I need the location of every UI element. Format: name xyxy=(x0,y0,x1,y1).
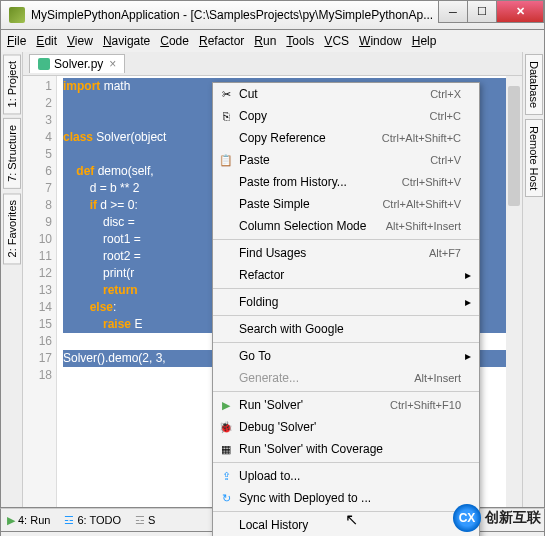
line-number: 5 xyxy=(23,146,52,163)
menu-separator xyxy=(213,342,479,343)
ctx-refactor[interactable]: Refactor▸ xyxy=(213,264,479,286)
ctx-find-usages[interactable]: Find UsagesAlt+F7 xyxy=(213,242,479,264)
left-tab-favorites[interactable]: 2: Favorites xyxy=(3,193,21,264)
close-tab-icon[interactable]: × xyxy=(109,57,116,71)
menu-separator xyxy=(213,462,479,463)
menu-separator xyxy=(213,288,479,289)
submenu-arrow-icon: ▸ xyxy=(461,295,471,309)
line-number: 3 xyxy=(23,112,52,129)
line-number: 15 xyxy=(23,316,52,333)
scroll-thumb[interactable] xyxy=(508,86,520,206)
ctx-shortcut: Ctrl+Shift+V xyxy=(402,176,461,188)
line-number: 4 xyxy=(23,129,52,146)
line-number: 8 xyxy=(23,197,52,214)
menu-help[interactable]: Help xyxy=(412,34,437,48)
submenu-arrow-icon: ▸ xyxy=(461,349,471,363)
menu-vcs[interactable]: VCS xyxy=(324,34,349,48)
ctx-local-history[interactable]: Local History▸ xyxy=(213,514,479,536)
blank-icon xyxy=(217,245,235,261)
ctx-paste-from-history[interactable]: Paste from History...Ctrl+Shift+V xyxy=(213,171,479,193)
left-tab-structure[interactable]: 7: Structure xyxy=(3,118,21,189)
python-file-icon xyxy=(38,58,50,70)
ctx-copy-reference[interactable]: Copy ReferenceCtrl+Alt+Shift+C xyxy=(213,127,479,149)
ctx-label: Sync with Deployed to ... xyxy=(239,491,461,505)
ctx-label: Copy Reference xyxy=(239,131,382,145)
ctx-search-with-google[interactable]: Search with Google xyxy=(213,318,479,340)
menu-tools[interactable]: Tools xyxy=(286,34,314,48)
blank-icon xyxy=(217,196,235,212)
blank-icon xyxy=(217,348,235,364)
context-menu: ✂CutCtrl+X⎘CopyCtrl+CCopy ReferenceCtrl+… xyxy=(212,82,480,536)
ctx-shortcut: Alt+Shift+Insert xyxy=(386,220,461,232)
titlebar: MySimplePythonApplication - [C:\SamplesP… xyxy=(0,0,545,30)
ctx-run-solver-with-coverage[interactable]: ▦Run 'Solver' with Coverage xyxy=(213,438,479,460)
line-number: 17 xyxy=(23,350,52,367)
blank-icon xyxy=(217,267,235,283)
right-tab-database[interactable]: Database xyxy=(525,54,543,115)
ctx-cut[interactable]: ✂CutCtrl+X xyxy=(213,83,479,105)
ctx-label: Column Selection Mode xyxy=(239,219,386,233)
ctx-column-selection-mode[interactable]: Column Selection ModeAlt+Shift+Insert xyxy=(213,215,479,237)
right-tab-remotehost[interactable]: Remote Host xyxy=(525,119,543,197)
menu-edit[interactable]: Edit xyxy=(36,34,57,48)
ctx-debug-solver[interactable]: 🐞Debug 'Solver' xyxy=(213,416,479,438)
menu-run[interactable]: Run xyxy=(254,34,276,48)
debug-solver--icon: 🐞 xyxy=(217,419,235,435)
close-button[interactable]: ✕ xyxy=(496,1,544,23)
ctx-label: Debug 'Solver' xyxy=(239,420,461,434)
run-tool[interactable]: ▶4: Run xyxy=(7,514,50,527)
menu-file[interactable]: File xyxy=(7,34,26,48)
line-number: 1 xyxy=(23,78,52,95)
ctx-go-to[interactable]: Go To▸ xyxy=(213,345,479,367)
menubar: FileEditViewNavigateCodeRefactorRunTools… xyxy=(0,30,545,52)
upload-to--icon: ⇪ xyxy=(217,468,235,484)
menu-separator xyxy=(213,511,479,512)
menu-window[interactable]: Window xyxy=(359,34,402,48)
menu-separator xyxy=(213,239,479,240)
menu-separator xyxy=(213,315,479,316)
sync-with-deployed-to--icon: ↻ xyxy=(217,490,235,506)
ctx-shortcut: Ctrl+C xyxy=(430,110,461,122)
editor-tabs: Solver.py × xyxy=(23,52,522,76)
menu-refactor[interactable]: Refactor xyxy=(199,34,244,48)
line-number: 12 xyxy=(23,265,52,282)
menu-view[interactable]: View xyxy=(67,34,93,48)
ctx-copy[interactable]: ⎘CopyCtrl+C xyxy=(213,105,479,127)
run-solver-with-coverage-icon: ▦ xyxy=(217,441,235,457)
vertical-scrollbar[interactable] xyxy=(506,76,522,507)
blank-icon xyxy=(217,294,235,310)
blank-icon xyxy=(217,174,235,190)
menu-code[interactable]: Code xyxy=(160,34,189,48)
line-number: 18 xyxy=(23,367,52,384)
app-icon xyxy=(9,7,25,23)
line-number: 9 xyxy=(23,214,52,231)
ctx-run-solver[interactable]: ▶Run 'Solver'Ctrl+Shift+F10 xyxy=(213,394,479,416)
ctx-paste-simple[interactable]: Paste SimpleCtrl+Alt+Shift+V xyxy=(213,193,479,215)
ctx-label: Paste xyxy=(239,153,430,167)
paste-icon: 📋 xyxy=(217,152,235,168)
menu-navigate[interactable]: Navigate xyxy=(103,34,150,48)
copy-icon: ⎘ xyxy=(217,108,235,124)
left-tab-project[interactable]: 1: Project xyxy=(3,54,21,114)
ctx-sync-with-deployed-to[interactable]: ↻Sync with Deployed to ... xyxy=(213,487,479,509)
line-number: 2 xyxy=(23,95,52,112)
ctx-label: Run 'Solver' xyxy=(239,398,390,412)
minimize-button[interactable]: ─ xyxy=(438,1,468,23)
ctx-shortcut: Ctrl+Alt+Shift+C xyxy=(382,132,461,144)
ctx-upload-to[interactable]: ⇪Upload to... xyxy=(213,465,479,487)
other-tool[interactable]: ☲S xyxy=(135,514,155,527)
ctx-shortcut: Alt+F7 xyxy=(429,247,461,259)
ctx-label: Generate... xyxy=(239,371,414,385)
ctx-folding[interactable]: Folding▸ xyxy=(213,291,479,313)
todo-tool[interactable]: ☲6: TODO xyxy=(64,514,121,527)
blank-icon xyxy=(217,218,235,234)
ctx-label: Refactor xyxy=(239,268,461,282)
file-tab[interactable]: Solver.py × xyxy=(29,54,125,73)
ctx-shortcut: Ctrl+Alt+Shift+V xyxy=(382,198,461,210)
maximize-button[interactable]: ☐ xyxy=(467,1,497,23)
ctx-label: Search with Google xyxy=(239,322,461,336)
line-number: 6 xyxy=(23,163,52,180)
line-number: 13 xyxy=(23,282,52,299)
ctx-paste[interactable]: 📋PasteCtrl+V xyxy=(213,149,479,171)
menu-separator xyxy=(213,391,479,392)
